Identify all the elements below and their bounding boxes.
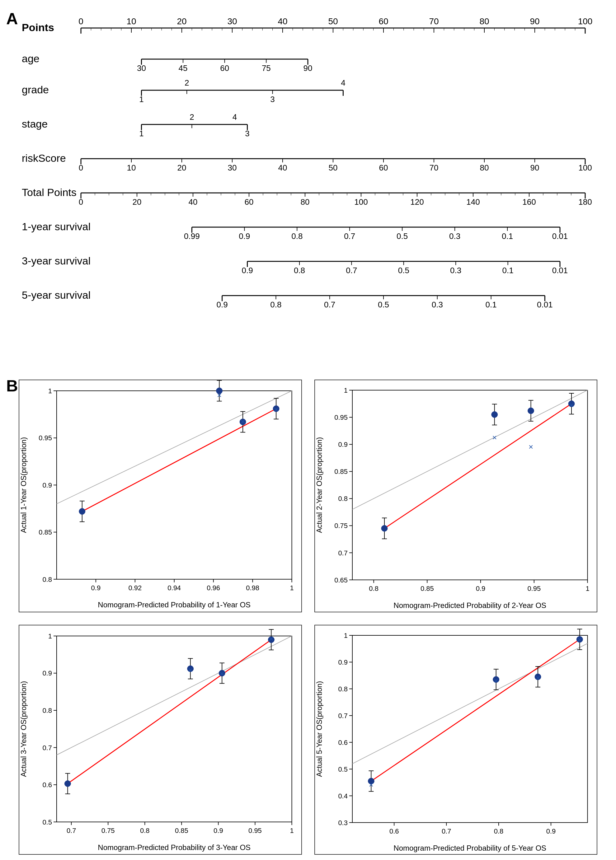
svg-text:4: 4	[341, 78, 345, 88]
svg-text:Nomogram-Predicted Probability: Nomogram-Predicted Probability of 3-Year…	[98, 843, 251, 851]
panel-a: A Points0102030405060708090100age3045607…	[0, 6, 616, 364]
svg-point-252	[79, 508, 85, 515]
svg-text:1-year survival: 1-year survival	[22, 221, 91, 232]
svg-rect-335	[57, 636, 292, 822]
svg-text:×: ×	[577, 635, 582, 644]
svg-text:0.8: 0.8	[294, 266, 305, 275]
svg-text:0.8: 0.8	[493, 827, 503, 835]
svg-text:60: 60	[379, 163, 388, 173]
svg-text:0.3: 0.3	[449, 231, 460, 241]
svg-text:0.6: 0.6	[338, 738, 348, 746]
svg-point-301	[528, 408, 534, 414]
svg-text:0.8: 0.8	[140, 826, 150, 834]
svg-text:Nomogram-Predicted Probability: Nomogram-Predicted Probability of 1-Year…	[98, 601, 251, 609]
svg-text:Actual 5-Year OS(proportion): Actual 5-Year OS(proportion)	[315, 681, 324, 777]
svg-text:0.7: 0.7	[338, 549, 348, 557]
svg-text:0.9: 0.9	[42, 669, 52, 677]
svg-text:0.1: 0.1	[502, 266, 514, 275]
svg-text:100: 100	[578, 163, 592, 173]
svg-rect-386	[352, 636, 588, 823]
svg-text:180: 180	[578, 197, 592, 207]
panel-b: B ×××0.90.920.940.960.9810.80.850.90.951…	[0, 374, 616, 859]
svg-text:Total Points: Total Points	[22, 187, 77, 198]
svg-text:0.01: 0.01	[552, 231, 568, 241]
svg-text:1: 1	[290, 826, 294, 834]
svg-text:0.01: 0.01	[537, 300, 553, 309]
svg-text:0.65: 0.65	[334, 576, 348, 584]
svg-text:×: ×	[493, 676, 498, 685]
svg-text:0.3: 0.3	[432, 300, 443, 309]
svg-text:0.5: 0.5	[338, 765, 348, 773]
svg-text:0.7: 0.7	[344, 231, 355, 241]
svg-text:0.8: 0.8	[270, 300, 281, 309]
svg-text:0.85: 0.85	[39, 528, 52, 536]
svg-text:Points: Points	[22, 22, 54, 33]
svg-text:0.7: 0.7	[67, 826, 76, 834]
calibration-svg-2yr: ×××0.80.850.90.9510.650.70.750.80.850.90…	[315, 380, 597, 612]
svg-text:0: 0	[79, 163, 83, 173]
svg-text:×: ×	[269, 634, 273, 643]
svg-text:10: 10	[126, 16, 136, 26]
svg-point-300	[491, 411, 497, 417]
svg-text:60: 60	[379, 16, 388, 26]
svg-text:1: 1	[139, 129, 143, 138]
svg-text:0.98: 0.98	[246, 584, 259, 592]
panel-b-label: B	[6, 377, 18, 395]
svg-text:0.8: 0.8	[42, 706, 52, 714]
svg-text:0.01: 0.01	[552, 266, 568, 275]
svg-text:stage: stage	[22, 118, 48, 130]
svg-text:1: 1	[344, 632, 347, 639]
svg-text:0.95: 0.95	[39, 434, 52, 442]
svg-text:0.9: 0.9	[242, 266, 253, 275]
svg-text:1: 1	[586, 585, 589, 592]
svg-text:1: 1	[344, 386, 347, 394]
svg-text:0.9: 0.9	[546, 827, 556, 835]
svg-text:0.95: 0.95	[248, 826, 262, 834]
svg-text:60: 60	[220, 63, 229, 73]
svg-text:0.9: 0.9	[214, 826, 223, 834]
svg-text:0.8: 0.8	[338, 495, 348, 502]
svg-text:45: 45	[179, 63, 188, 73]
svg-text:×: ×	[569, 400, 574, 410]
cal-plot-5yr: ××××0.60.70.80.90.30.40.50.60.70.80.91No…	[314, 625, 598, 855]
svg-text:20: 20	[177, 16, 187, 26]
svg-text:Actual 1-Year OS(proportion): Actual 1-Year OS(proportion)	[19, 437, 28, 533]
svg-text:0.8: 0.8	[338, 685, 348, 693]
svg-text:2: 2	[190, 112, 194, 122]
svg-text:0.3: 0.3	[450, 266, 461, 275]
svg-text:20: 20	[133, 197, 141, 207]
svg-text:×: ×	[274, 405, 278, 414]
svg-text:75: 75	[262, 63, 271, 73]
svg-text:0.5: 0.5	[396, 231, 408, 241]
svg-text:140: 140	[466, 197, 480, 207]
svg-text:80: 80	[480, 163, 489, 173]
svg-text:0.7: 0.7	[324, 300, 335, 309]
svg-text:0.85: 0.85	[175, 826, 188, 834]
calibration-svg-5yr: ××××0.60.70.80.90.30.40.50.60.70.80.91No…	[315, 625, 597, 854]
svg-text:80: 80	[479, 16, 489, 26]
svg-text:0.1: 0.1	[502, 231, 513, 241]
svg-text:0.9: 0.9	[217, 300, 228, 309]
svg-text:160: 160	[522, 197, 536, 207]
svg-text:Nomogram-Predicted Probability: Nomogram-Predicted Probability of 2-Year…	[393, 601, 546, 609]
svg-text:0.7: 0.7	[442, 827, 451, 835]
svg-text:60: 60	[245, 197, 254, 207]
svg-text:0.1: 0.1	[486, 300, 497, 309]
svg-text:0: 0	[79, 16, 83, 26]
svg-text:0.9: 0.9	[239, 231, 250, 241]
svg-text:10: 10	[127, 163, 136, 173]
svg-text:0: 0	[79, 197, 83, 207]
svg-text:90: 90	[530, 163, 539, 173]
svg-text:1: 1	[139, 94, 143, 104]
svg-text:Actual 3-Year OS(proportion): Actual 3-Year OS(proportion)	[19, 681, 28, 777]
svg-text:0.8: 0.8	[291, 231, 303, 241]
svg-text:50: 50	[328, 16, 338, 26]
svg-text:age: age	[22, 53, 39, 64]
svg-text:4: 4	[233, 112, 237, 122]
cal-plot-2yr: ×××0.80.850.90.9510.650.70.750.80.850.90…	[314, 380, 598, 612]
svg-text:1: 1	[290, 584, 294, 592]
svg-text:30: 30	[228, 163, 237, 173]
svg-text:1: 1	[48, 387, 52, 395]
svg-text:Nomogram-Predicted Probability: Nomogram-Predicted Probability of 5-Year…	[393, 844, 546, 852]
svg-text:3: 3	[270, 94, 275, 104]
